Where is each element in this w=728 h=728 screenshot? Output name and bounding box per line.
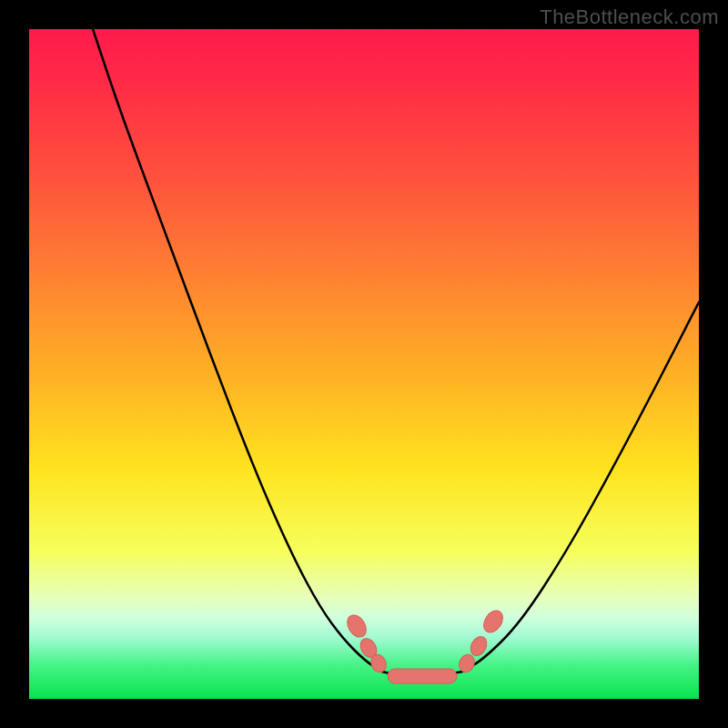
marker-dot	[343, 612, 369, 641]
watermark-text: TheBottleneck.com	[540, 5, 719, 29]
marker-group	[343, 607, 506, 683]
chart-frame: TheBottleneck.com	[0, 0, 728, 728]
plot-area	[29, 29, 699, 699]
marker-dot	[480, 607, 506, 636]
chart-svg	[29, 29, 699, 699]
marker-dot	[388, 669, 457, 683]
curve-left	[93, 29, 382, 672]
